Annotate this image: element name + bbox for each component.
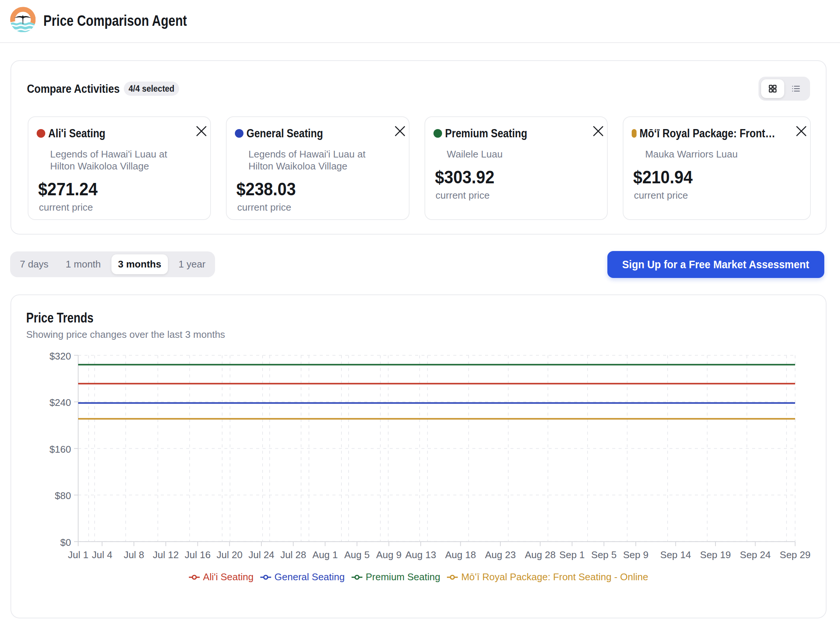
svg-text:$320: $320 <box>49 351 71 362</box>
svg-text:Aug 13: Aug 13 <box>406 549 436 561</box>
svg-text:Aug 28: Aug 28 <box>525 549 555 561</box>
svg-text:Jul 20: Jul 20 <box>217 549 242 561</box>
svg-text:Aug 5: Aug 5 <box>344 549 370 561</box>
svg-text:$160: $160 <box>49 444 71 455</box>
svg-text:Aug 18: Aug 18 <box>445 549 476 561</box>
svg-text:Sep 1: Sep 1 <box>560 549 585 561</box>
svg-text:$240: $240 <box>49 397 71 408</box>
svg-text:Jul 1: Jul 1 <box>68 549 89 561</box>
svg-text:Jul 4: Jul 4 <box>92 549 112 561</box>
svg-text:Sep 29: Sep 29 <box>780 549 810 561</box>
svg-text:Aug 1: Aug 1 <box>312 549 338 561</box>
svg-text:Sep 9: Sep 9 <box>623 549 648 561</box>
svg-text:Jul 8: Jul 8 <box>124 549 145 561</box>
svg-text:Jul 28: Jul 28 <box>280 549 306 561</box>
svg-text:Jul 24: Jul 24 <box>249 549 274 561</box>
svg-text:Jul 12: Jul 12 <box>153 549 179 561</box>
svg-text:Aug 9: Aug 9 <box>376 549 402 561</box>
svg-text:Sep 24: Sep 24 <box>740 549 771 561</box>
svg-text:Jul 16: Jul 16 <box>185 549 211 561</box>
svg-text:$80: $80 <box>55 490 71 501</box>
svg-text:Sep 19: Sep 19 <box>700 549 731 561</box>
svg-text:Sep 14: Sep 14 <box>660 549 691 561</box>
svg-text:$0: $0 <box>60 537 71 548</box>
svg-text:Aug 23: Aug 23 <box>485 549 516 561</box>
svg-text:Sep 5: Sep 5 <box>591 549 617 561</box>
